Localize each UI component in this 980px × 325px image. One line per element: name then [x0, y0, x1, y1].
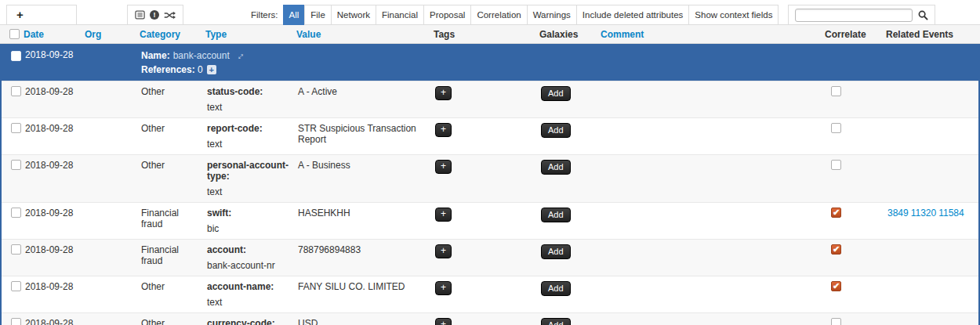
related-event-link[interactable]: 11320: [911, 208, 936, 218]
attribute-row: 2018-09-28 Other account-name: text FANY…: [2, 276, 978, 312]
correlate-checkbox[interactable]: [831, 86, 841, 96]
column-header-org[interactable]: Org: [78, 29, 133, 40]
select-all-checkbox[interactable]: [9, 29, 20, 39]
related-events: [881, 281, 978, 308]
column-header-date[interactable]: Date: [17, 29, 78, 40]
column-header-correlate: Correlate: [818, 29, 880, 40]
attribute-date: 2018-09-28: [19, 160, 80, 197]
add-tag-button[interactable]: +: [435, 318, 452, 325]
related-events: 38491132011584: [881, 208, 978, 234]
attributes-table-body: 2018-09-28 Name:bank-account↔ References…: [0, 44, 980, 325]
attribute-type-sub: text: [207, 297, 292, 308]
attribute-value: FANY SILU CO. LIMITED: [292, 281, 429, 308]
search-tab: [788, 5, 935, 25]
attribute-value: A - Active: [292, 86, 429, 113]
object-references-line: References: 0+: [141, 64, 596, 75]
add-tag-button[interactable]: +: [435, 208, 452, 222]
filter-tab-correlation[interactable]: Correlation: [470, 5, 527, 25]
column-header-type[interactable]: Type: [199, 29, 290, 40]
object-references-count: 0: [198, 64, 203, 75]
object-row-bank-account: 2018-09-28 Name:bank-account↔ References…: [2, 44, 978, 81]
attribute-org: [80, 123, 135, 150]
row-select-checkbox[interactable]: [11, 160, 21, 170]
row-select-checkbox[interactable]: [11, 208, 21, 218]
attribute-row: 2018-09-28 Financial fraud account: bank…: [2, 239, 978, 276]
add-galaxy-button[interactable]: Add: [541, 244, 571, 259]
filter-tab-network[interactable]: Network: [331, 5, 376, 25]
column-header-comment[interactable]: Comment: [594, 29, 818, 40]
attribute-category: Other: [135, 318, 201, 325]
attribute-org: [80, 160, 135, 197]
attribute-category: Other: [135, 123, 201, 150]
add-tag-button[interactable]: +: [435, 244, 452, 258]
filter-tab-file[interactable]: File: [304, 5, 332, 25]
attribute-comment: [596, 244, 820, 271]
related-events: [881, 318, 978, 325]
expand-object-icon[interactable]: ↔: [231, 48, 247, 63]
row-select-checkbox[interactable]: [11, 86, 21, 96]
correlate-checkbox[interactable]: [831, 281, 841, 291]
row-select-checkbox[interactable]: [11, 281, 21, 291]
search-input[interactable]: [795, 9, 913, 22]
attribute-type-name: report-code:: [207, 123, 292, 134]
attribute-org: [80, 281, 135, 308]
row-select-checkbox[interactable]: [11, 318, 21, 325]
attributes-toolbar: + ! Filters: All File Network Financial …: [0, 5, 980, 25]
attribute-type-name: account-name:: [207, 281, 292, 292]
row-select-checkbox[interactable]: [11, 244, 21, 255]
add-galaxy-button[interactable]: Add: [541, 160, 571, 175]
attribute-type-name: currency-code:: [207, 318, 292, 325]
attribute-type: status-code: text: [201, 86, 292, 113]
attribute-comment: [596, 86, 820, 113]
add-reference-button[interactable]: +: [207, 65, 216, 74]
attribute-row: 2018-09-28 Financial fraud swift: bic HA…: [2, 202, 978, 239]
column-header-value[interactable]: Value: [290, 29, 427, 40]
add-galaxy-button[interactable]: Add: [541, 281, 571, 296]
add-galaxy-button[interactable]: Add: [541, 123, 571, 138]
warning-circle-icon[interactable]: !: [150, 10, 159, 20]
attribute-category: Other: [135, 160, 201, 197]
add-galaxy-button[interactable]: Add: [541, 86, 571, 101]
attribute-type-sub: text: [207, 186, 292, 197]
add-galaxy-button[interactable]: Add: [541, 208, 571, 222]
attribute-org: [80, 318, 135, 325]
search-icon[interactable]: [918, 10, 928, 20]
filter-tab-proposal[interactable]: Proposal: [423, 5, 471, 25]
related-event-link[interactable]: 11584: [938, 208, 964, 218]
attribute-category: Financial fraud: [135, 244, 201, 271]
add-tag-button[interactable]: +: [435, 160, 452, 174]
add-tag-button[interactable]: +: [435, 281, 452, 295]
toggle-include-deleted-attributes[interactable]: Include deleted attributes: [576, 5, 690, 25]
filter-tab-financial[interactable]: Financial: [376, 5, 424, 25]
add-galaxy-button[interactable]: Add: [541, 318, 571, 325]
correlate-checkbox[interactable]: [831, 244, 841, 255]
object-select-checkbox[interactable]: [11, 51, 21, 61]
object-name-value: bank-account: [173, 50, 230, 61]
filter-tab-all[interactable]: All: [283, 5, 306, 25]
related-events: [881, 160, 978, 197]
attribute-type: account-name: text: [201, 281, 292, 308]
list-view-icon[interactable]: [135, 10, 145, 20]
toggle-show-context-fields[interactable]: Show context fields: [688, 5, 779, 25]
related-events: [881, 86, 978, 113]
attribute-category: Other: [135, 86, 201, 113]
correlate-checkbox[interactable]: [831, 160, 841, 170]
related-event-link[interactable]: 3849: [887, 208, 909, 218]
correlate-checkbox[interactable]: [831, 208, 841, 218]
row-select-checkbox[interactable]: [11, 123, 21, 133]
attribute-row: 2018-09-28 Other personal-account-type: …: [2, 154, 978, 202]
add-tag-button[interactable]: +: [435, 86, 452, 100]
add-attribute-button[interactable]: +: [6, 5, 77, 25]
attribute-type-sub: bic: [207, 223, 292, 234]
add-tag-button[interactable]: +: [435, 123, 452, 137]
attribute-type: account: bank-account-nr: [201, 244, 292, 271]
attribute-org: [80, 86, 135, 113]
correlate-checkbox[interactable]: [831, 318, 841, 325]
attribute-type-name: status-code:: [207, 86, 292, 97]
shuffle-icon[interactable]: [164, 11, 176, 20]
column-header-category[interactable]: Category: [133, 29, 199, 40]
attribute-row: 2018-09-28 Other currency-code: text USD…: [2, 312, 978, 325]
filter-tab-warnings[interactable]: Warnings: [527, 5, 577, 25]
column-header-related-events: Related Events: [880, 29, 980, 40]
correlate-checkbox[interactable]: [831, 123, 841, 133]
